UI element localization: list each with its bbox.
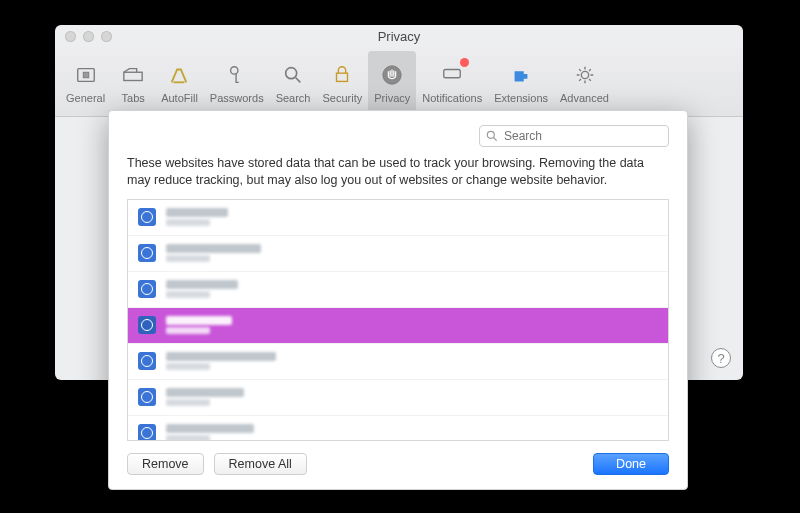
tab-extensions[interactable]: Extensions bbox=[488, 51, 554, 113]
list-item[interactable] bbox=[128, 272, 668, 308]
globe-icon bbox=[138, 280, 156, 298]
site-domain bbox=[166, 352, 276, 361]
remove-all-button[interactable]: Remove All bbox=[214, 453, 307, 475]
globe-icon bbox=[138, 316, 156, 334]
manage-data-sheet: These websites have stored data that can… bbox=[108, 110, 688, 490]
list-item[interactable] bbox=[128, 200, 668, 236]
site-detail bbox=[166, 219, 210, 226]
window-title: Privacy bbox=[378, 29, 421, 44]
extensions-icon bbox=[507, 61, 535, 89]
svg-point-9 bbox=[487, 131, 494, 138]
tab-search[interactable]: Search bbox=[270, 51, 317, 113]
key-icon bbox=[223, 61, 251, 89]
tab-advanced[interactable]: Advanced bbox=[554, 51, 615, 113]
globe-icon bbox=[138, 352, 156, 370]
tabs-icon bbox=[119, 61, 147, 89]
tab-autofill[interactable]: AutoFill bbox=[155, 51, 204, 113]
svg-point-3 bbox=[230, 66, 237, 73]
list-item[interactable] bbox=[128, 380, 668, 416]
site-detail bbox=[166, 399, 210, 406]
autofill-icon bbox=[165, 61, 193, 89]
list-item[interactable] bbox=[128, 344, 668, 380]
svg-rect-1 bbox=[83, 72, 89, 78]
tab-general[interactable]: General bbox=[60, 51, 111, 113]
toolbar: General Tabs AutoFill Passwords Search bbox=[55, 47, 743, 117]
list-item[interactable] bbox=[128, 416, 668, 441]
search-icon bbox=[485, 129, 499, 143]
site-detail bbox=[166, 327, 210, 334]
site-domain bbox=[166, 244, 261, 253]
zoom-icon[interactable] bbox=[101, 31, 112, 42]
site-detail bbox=[166, 255, 210, 262]
sheet-description: These websites have stored data that can… bbox=[127, 155, 669, 189]
site-detail bbox=[166, 435, 210, 441]
gear-icon bbox=[571, 61, 599, 89]
svg-rect-7 bbox=[444, 69, 461, 77]
close-icon[interactable] bbox=[65, 31, 76, 42]
tab-passwords[interactable]: Passwords bbox=[204, 51, 270, 113]
websites-list[interactable] bbox=[127, 199, 669, 441]
svg-rect-5 bbox=[337, 73, 348, 81]
search-input[interactable] bbox=[504, 129, 668, 143]
tab-tabs[interactable]: Tabs bbox=[111, 51, 155, 113]
remove-button[interactable]: Remove bbox=[127, 453, 204, 475]
done-button[interactable]: Done bbox=[593, 453, 669, 475]
notifications-icon bbox=[438, 61, 466, 89]
site-domain bbox=[166, 280, 238, 289]
globe-icon bbox=[138, 244, 156, 262]
site-detail bbox=[166, 291, 210, 298]
privacy-icon bbox=[378, 61, 406, 89]
svg-point-4 bbox=[286, 67, 297, 78]
search-input-wrap[interactable] bbox=[479, 125, 669, 147]
site-domain bbox=[166, 316, 232, 325]
globe-icon bbox=[138, 208, 156, 226]
security-icon bbox=[328, 61, 356, 89]
traffic-lights bbox=[65, 31, 112, 42]
help-button[interactable]: ? bbox=[711, 348, 731, 368]
svg-rect-2 bbox=[124, 72, 142, 80]
site-domain bbox=[166, 424, 254, 433]
sheet-buttons: Remove Remove All Done bbox=[127, 453, 669, 475]
list-item-selected[interactable] bbox=[128, 308, 668, 344]
site-domain bbox=[166, 208, 228, 217]
tab-notifications[interactable]: Notifications bbox=[416, 51, 488, 113]
globe-icon bbox=[138, 388, 156, 406]
tab-privacy[interactable]: Privacy bbox=[368, 51, 416, 113]
list-item[interactable] bbox=[128, 236, 668, 272]
globe-icon bbox=[138, 424, 156, 441]
svg-point-8 bbox=[581, 71, 588, 78]
tab-security[interactable]: Security bbox=[316, 51, 368, 113]
search-tab-icon bbox=[279, 61, 307, 89]
general-icon bbox=[72, 61, 100, 89]
site-domain bbox=[166, 388, 244, 397]
minimize-icon[interactable] bbox=[83, 31, 94, 42]
titlebar: Privacy bbox=[55, 25, 743, 47]
site-detail bbox=[166, 363, 210, 370]
